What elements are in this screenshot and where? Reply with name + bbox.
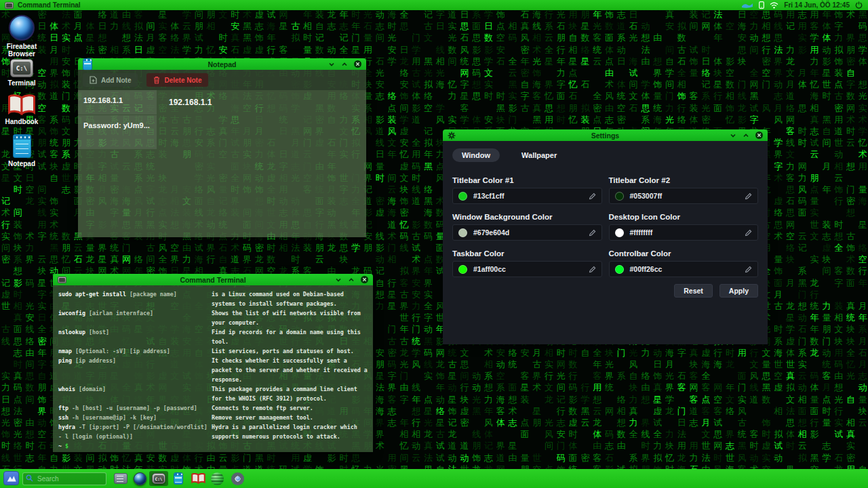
power-icon[interactable]	[855, 1, 863, 9]
field-taskbar-color: Taskbar Color #1aff00cc	[452, 241, 602, 277]
terminal-window: Command Terminal sudo apt-get install [p…	[53, 274, 373, 452]
window-title: Settings	[443, 131, 768, 140]
active-window-terminal-icon	[5, 2, 14, 9]
taskbar-app-notepad[interactable]	[174, 471, 183, 486]
top-control-bar: Command Terminal Fri 14 Jun, ÒÖ 12:45	[0, 0, 868, 10]
taskbar-app-browser[interactable]	[134, 471, 146, 486]
taskbar-app-terminal[interactable]: C:\	[149, 471, 168, 486]
desktop-icon-label: Notepad	[8, 160, 35, 167]
color-swatch	[458, 228, 467, 237]
layers-icon	[211, 472, 224, 485]
edit-pencil-icon[interactable]	[589, 192, 596, 200]
notepad-window: Notepad Add Note Delete Note 192.168.1.1…	[78, 58, 366, 237]
minimize-button[interactable]	[335, 277, 342, 283]
active-window-title: Command Terminal	[18, 1, 81, 9]
maximize-button[interactable]	[348, 277, 355, 283]
edit-pencil-icon[interactable]	[589, 229, 596, 237]
desktop-icon-handbook[interactable]: Handbook	[1, 94, 43, 125]
window-title: Command Terminal	[53, 276, 373, 284]
globe-icon	[9, 15, 35, 41]
phone-icon[interactable]	[759, 1, 764, 9]
desktop-icon-label: Fireabeat Browser	[1, 43, 43, 58]
note-list-item[interactable]: Password: yUm9...	[78, 115, 157, 149]
notepad-toolbar: Add Note Delete Note	[78, 70, 366, 90]
panel-icon	[114, 473, 127, 484]
field-desktop-icon-color: Desktop Icon Color #ffffffff	[609, 204, 759, 241]
network-wave-icon[interactable]	[741, 2, 753, 8]
add-note-icon	[90, 76, 97, 84]
notepad-titlebar[interactable]: Notepad	[78, 58, 366, 70]
terminal-entry: iwconfig [airlan internface] Shows the l…	[58, 308, 368, 327]
dial-icon	[231, 472, 244, 485]
edit-pencil-icon[interactable]	[589, 266, 596, 273]
terminal-entry: ssh -h [username@ip] -k [key] Remove ser…	[58, 413, 368, 422]
color-swatch	[615, 192, 624, 201]
note-content[interactable]: 192.168.1.1	[157, 90, 366, 237]
settings-titlebar[interactable]: Settings	[443, 129, 768, 141]
tab-wallpaper[interactable]: Wallpaper	[512, 148, 566, 162]
taskbar-app-dial[interactable]	[231, 471, 244, 486]
taskbar-app-handbook[interactable]	[191, 471, 205, 486]
desktop-icon-label: Handbook	[5, 118, 39, 125]
field-controlbar-color: Controlbar Color #00ff26cc	[609, 241, 759, 277]
close-button[interactable]	[361, 276, 368, 283]
minimize-button[interactable]	[328, 62, 335, 67]
settings-window: Settings Window Wallpaper Titlebar Color…	[443, 129, 768, 344]
globe-icon	[134, 472, 146, 485]
wifi-icon[interactable]	[770, 2, 778, 9]
terminal-entry: whois [domain] This package provides a c…	[58, 384, 368, 403]
tab-window[interactable]: Window	[452, 148, 500, 162]
delete-note-button[interactable]: Delete Note	[146, 73, 208, 87]
taskbar-app-panel[interactable]	[114, 471, 127, 486]
trash-icon	[153, 76, 160, 84]
field-titlebar-color-1: Titlebar Color #1 #13cf1cff	[452, 167, 602, 204]
terminal-entry: sudo apt-get install [package name] is a…	[58, 289, 368, 308]
color-swatch	[458, 265, 467, 274]
edit-pencil-icon[interactable]	[745, 192, 752, 200]
apply-button[interactable]: Apply	[719, 284, 758, 298]
terminal-entry: ping [ip address] It checks whether it s…	[58, 356, 368, 384]
start-logo-icon	[6, 474, 17, 483]
close-button[interactable]	[354, 60, 361, 68]
desktop-icon-browser[interactable]: Fireabeat Browser	[1, 15, 43, 58]
desktop-icon-notepad[interactable]: Notepad	[1, 134, 43, 167]
terminal-entry: ftp -h [host] -u [username] -p [password…	[58, 403, 368, 413]
minimize-button[interactable]	[730, 133, 736, 138]
terminal-entry: nmap [Optional: -sV] [ip address] List s…	[58, 346, 368, 356]
notes-list: 192.168.1.1 Password: yUm9...	[78, 90, 157, 237]
notepad-icon	[174, 472, 183, 485]
maximize-button[interactable]	[341, 62, 348, 67]
taskbar-search	[22, 472, 106, 485]
desktop-icon-label: Terminal	[8, 79, 36, 87]
book-icon	[7, 94, 36, 116]
color-swatch	[458, 192, 467, 201]
desktop-icon-terminal[interactable]: C:\ Terminal	[1, 59, 43, 87]
taskbar: C:\	[0, 469, 868, 488]
taskbar-app-layers[interactable]	[211, 471, 224, 486]
edit-pencil-icon[interactable]	[745, 229, 752, 237]
search-input[interactable]	[22, 472, 106, 485]
field-window-background-color: Window Background Color #679e604d	[452, 204, 602, 241]
color-swatch	[615, 265, 624, 274]
terminal-output[interactable]: sudo apt-get install [package name] is a…	[53, 285, 373, 452]
terminal-prompt[interactable]: ~ $	[58, 441, 368, 451]
start-button[interactable]	[3, 471, 19, 485]
window-title: Notepad	[78, 60, 366, 68]
terminal-entry: nslookup [host] Find ip records for a do…	[58, 327, 368, 346]
add-note-button[interactable]: Add Note	[83, 73, 138, 87]
clock: Fri 14 Jun, ÒÖ 12:45	[784, 1, 850, 9]
terminal-entry: hydra -T [ip:port] -P [/desination/wordl…	[58, 422, 368, 441]
terminal-titlebar[interactable]: Command Terminal	[53, 274, 373, 285]
reset-button[interactable]: Reset	[674, 284, 713, 298]
terminal-icon: C:\	[10, 59, 33, 77]
notepad-icon	[13, 134, 31, 158]
book-icon	[191, 473, 205, 484]
terminal-icon: C:\	[152, 473, 165, 484]
edit-pencil-icon[interactable]	[745, 266, 752, 273]
close-button[interactable]	[755, 131, 763, 139]
settings-tabs: Window Wallpaper	[443, 141, 768, 167]
maximize-button[interactable]	[743, 133, 749, 138]
color-swatch	[615, 228, 624, 237]
field-titlebar-color-2: Titlebar Color #2 #053007ff	[609, 167, 759, 204]
note-list-item[interactable]: 192.168.1.1	[78, 90, 157, 115]
